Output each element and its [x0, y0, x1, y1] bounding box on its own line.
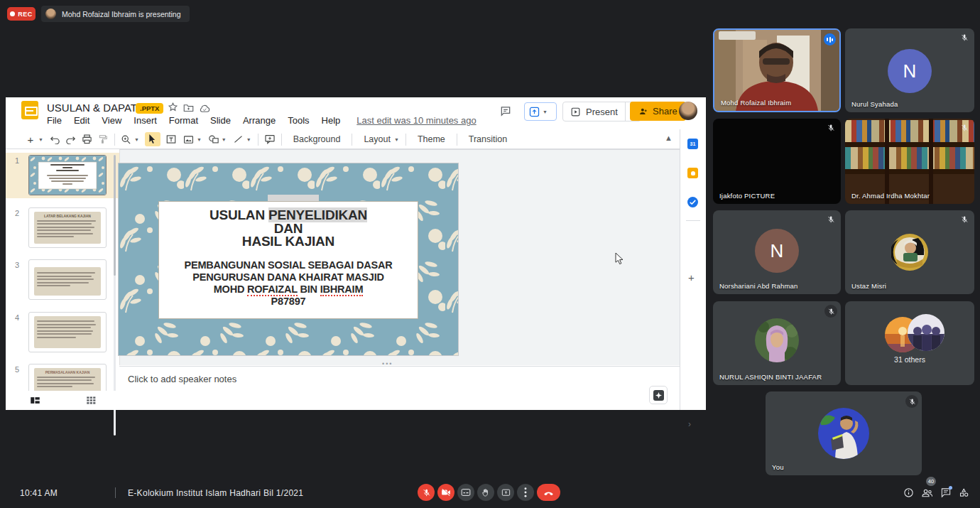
new-slide-caret[interactable]: ▼ [38, 137, 43, 142]
zoom-tool-button[interactable] [120, 132, 133, 146]
self-tile[interactable]: You [766, 391, 922, 475]
participant-tile-ustaz-misri[interactable]: Ustaz Misri [845, 210, 974, 294]
insert-comment-tool[interactable] [263, 132, 276, 146]
mic-off-icon [827, 124, 835, 132]
camera-toggle-button[interactable] [437, 484, 454, 501]
mic-off-icon [827, 215, 835, 224]
get-addons-button[interactable]: + [688, 271, 695, 283]
select-tool-button[interactable] [145, 132, 160, 146]
shape-tool[interactable] [207, 132, 220, 146]
current-slide[interactable]: USULAN PENYELIDIKAN DAN HASIL KAJIAN PEM… [119, 163, 458, 355]
present-to-meeting-caret: ▼ [543, 109, 548, 114]
text-box-tool[interactable] [165, 132, 178, 146]
menu-view[interactable]: View [102, 115, 121, 126]
overflow-participants-tile[interactable]: 31 others [845, 301, 974, 385]
line-tool[interactable] [232, 132, 245, 146]
calendar-icon[interactable]: 31 [687, 139, 699, 150]
star-icon[interactable] [168, 102, 178, 115]
menu-bar: File Edit View Insert Format Slide Arran… [47, 115, 477, 126]
collapse-toolbar-chevron[interactable]: ▲ [665, 134, 673, 142]
slide-title-text: USULAN PENYELIDIKAN DAN HASIL KAJIAN [159, 209, 418, 249]
comment-history-icon[interactable] [499, 105, 512, 120]
keep-icon[interactable] [687, 168, 699, 179]
chat-icon[interactable] [940, 487, 952, 498]
present-to-meeting-button[interactable]: ▼ [524, 102, 557, 121]
print-button[interactable] [81, 132, 94, 146]
captions-button[interactable] [457, 484, 474, 501]
account-avatar[interactable] [679, 102, 697, 120]
transition-button[interactable]: Transition [469, 134, 507, 144]
participants-icon[interactable] [921, 487, 933, 498]
participant-name: NURUL ASHIQIN BINTI JAAFAR [719, 373, 822, 381]
present-screen-button[interactable] [497, 484, 514, 501]
participant-tile-nurul-ashiqin[interactable]: NURUL ASHIQIN BINTI JAAFAR [713, 301, 841, 385]
background-button[interactable]: Background [293, 134, 341, 144]
clock: 10:41 AM [20, 488, 58, 498]
speaker-notes-panel[interactable]: Click to add speaker notes [119, 366, 680, 410]
share-button-label: Share [653, 106, 677, 117]
theme-button[interactable]: Theme [418, 134, 445, 144]
participant-tile-mohd-rofaizal[interactable]: Mohd Rofaizal Ibhraim [713, 28, 841, 112]
thumbnail-1-text [43, 164, 92, 185]
grid-view-button[interactable] [86, 396, 96, 405]
participant-tile-nurul-syahada[interactable]: N Nurul Syahada [845, 28, 974, 112]
thumbnail-5-title: PERMASALAHAN KAJIAN [37, 370, 98, 374]
slide-number: 4 [10, 313, 24, 322]
menu-edit[interactable]: Edit [74, 115, 89, 126]
slide-thumbnail-2[interactable]: LATAR BELAKANG KAJIAN [28, 207, 107, 248]
participant-tile-ahmad-irdha[interactable]: Dr. Ahmad Irdha Mokhtar [845, 119, 974, 204]
self-photo-avatar [818, 408, 869, 459]
end-call-button[interactable] [537, 484, 560, 501]
last-edit-link[interactable]: Last edit was 10 minutes ago [356, 115, 476, 126]
menu-arrange[interactable]: Arrange [243, 115, 276, 126]
mic-off-icon [960, 215, 969, 224]
chat-notification-dot [949, 486, 952, 490]
new-slide-button[interactable]: + [24, 132, 37, 146]
speaker-notes-placeholder[interactable]: Click to add speaker notes [128, 374, 236, 384]
shape-tool-caret[interactable]: ▼ [222, 137, 227, 142]
recording-label: REC [18, 11, 33, 18]
menu-file[interactable]: File [47, 115, 62, 126]
filmstrip-view-button[interactable] [30, 396, 40, 405]
layout-button[interactable]: Layout [364, 134, 391, 144]
line-tool-caret[interactable]: ▼ [246, 137, 251, 142]
raise-hand-button[interactable] [477, 484, 494, 501]
paint-format-button[interactable] [97, 132, 109, 146]
more-options-button[interactable] [517, 484, 534, 501]
participant-count-badge: 40 [926, 477, 936, 486]
layout-caret[interactable]: ▼ [394, 137, 399, 142]
insert-image-caret[interactable]: ▼ [197, 137, 202, 142]
hide-side-panel-chevron[interactable]: › [688, 419, 691, 429]
slide-thumbnail-3[interactable] [28, 259, 107, 300]
menu-tools[interactable]: Tools [288, 115, 309, 126]
cloud-status-icon[interactable] [199, 103, 210, 116]
meeting-details-icon[interactable] [903, 487, 914, 498]
redo-button[interactable] [65, 132, 77, 146]
workspace-side-panel: 31 + › [680, 129, 706, 410]
view-toggle-bar [6, 391, 143, 410]
slide-thumbnail-1[interactable] [28, 155, 107, 195]
insert-image-tool[interactable] [183, 132, 195, 146]
meeting-name: E-Kolokium Institut Islam Hadhari Bil 1/… [128, 488, 303, 498]
participant-tile-ijakfoto[interactable]: Ijakfoto PICTURE [713, 119, 841, 204]
zoom-tool-caret[interactable]: ▼ [134, 137, 139, 142]
explore-button[interactable] [649, 386, 668, 404]
share-button[interactable]: Share [630, 102, 686, 121]
tasks-icon[interactable] [687, 197, 699, 208]
participant-photo-avatar [755, 318, 799, 362]
slides-app-icon[interactable] [21, 101, 38, 119]
menu-help[interactable]: Help [322, 115, 341, 126]
mic-toggle-button[interactable] [418, 484, 435, 501]
activities-icon[interactable] [959, 487, 969, 498]
undo-button[interactable] [49, 132, 62, 146]
participant-name: Mohd Rofaizal Ibhraim [721, 99, 791, 107]
menu-insert[interactable]: Insert [134, 115, 157, 126]
participant-tile-norshariani[interactable]: N Norshariani Abd Rahman [713, 210, 841, 294]
menu-format[interactable]: Format [169, 115, 198, 126]
slide-thumbnail-4[interactable] [28, 312, 107, 352]
mic-off-icon [960, 124, 969, 132]
menu-slide[interactable]: Slide [210, 115, 231, 126]
slide-filmstrip: 1 [6, 149, 119, 410]
move-folder-icon[interactable] [183, 102, 194, 115]
slide-text-box[interactable]: USULAN PENYELIDIKAN DAN HASIL KAJIAN PEM… [158, 201, 418, 319]
